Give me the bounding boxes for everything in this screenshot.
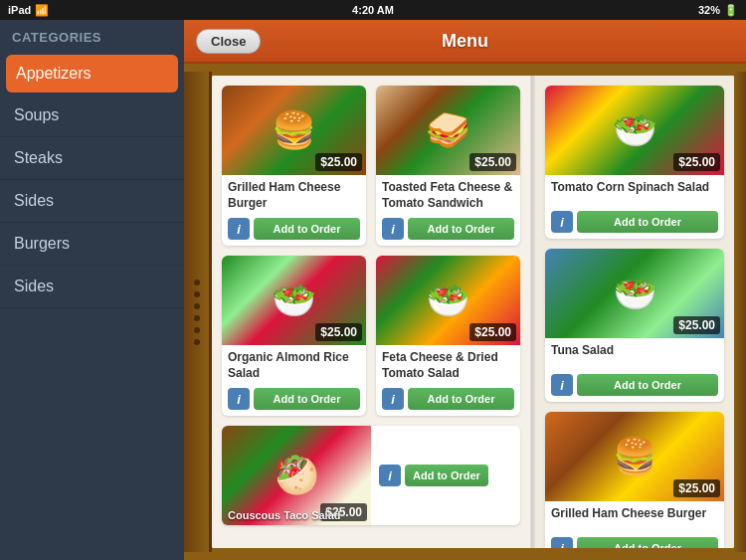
item-name-overlay-5: Couscous Taco Salad: [228, 509, 341, 521]
item-image-sandwich: 🥪 $25.00: [376, 86, 520, 175]
add-to-order-button-1[interactable]: Add to Order: [254, 218, 360, 240]
item-price-3: $25.00: [315, 323, 362, 341]
info-button-2[interactable]: i: [382, 218, 404, 240]
ritem-price-2: $25.00: [673, 316, 720, 334]
status-right: 32% 🔋: [698, 4, 738, 17]
info-button-5[interactable]: i: [379, 465, 401, 486]
menu-book: 🍔 $25.00 Grilled Ham Cheese Burger i Add…: [184, 64, 746, 560]
item-image-grilled: 🍔 $25.00: [545, 412, 724, 501]
info-button-3[interactable]: i: [228, 388, 250, 410]
carrier-label: iPad: [8, 4, 31, 16]
item-name-3: Organic Almond Rice Salad: [222, 345, 366, 384]
ritem-name-3: Grilled Ham Cheese Burger: [545, 501, 724, 533]
header-title: Menu: [442, 31, 488, 52]
add-to-order-button-4[interactable]: Add to Order: [408, 388, 514, 410]
rinfo-button-1[interactable]: i: [551, 211, 573, 233]
sidebar-item-burgers[interactable]: Burgers: [0, 223, 184, 266]
ritem-footer-1: i Add to Order: [545, 207, 724, 239]
item-image-burger: 🍔 $25.00: [222, 86, 366, 175]
item-footer-1: i Add to Order: [222, 214, 366, 246]
status-center: 4:20 AM: [352, 4, 394, 16]
status-left: iPad 📶: [8, 4, 49, 17]
menu-item-feta-dried: 🥗 $25.00 Feta Cheese & Dried Tomato Sala…: [376, 256, 520, 416]
radd-to-order-button-2[interactable]: Add to Order: [577, 374, 718, 396]
menu-item-grilled-ham: 🍔 $25.00 Grilled Ham Cheese Burger i Add…: [222, 86, 366, 246]
status-bar: iPad 📶 4:20 AM 32% 🔋: [0, 0, 746, 20]
time-label: 4:20 AM: [352, 4, 394, 16]
item-footer-4: i Add to Order: [376, 384, 520, 416]
info-button-4[interactable]: i: [382, 388, 404, 410]
radd-to-order-button-3[interactable]: Add to Order: [577, 537, 718, 548]
main-layout: CATEGORIES Appetizers Soups Steaks Sides…: [0, 20, 746, 560]
menu-item-couscous: 🥙 $25.00 Couscous Taco Salad i Add to Or…: [222, 426, 520, 525]
item-footer-2: i Add to Order: [376, 214, 520, 246]
item-image-corn-salad: 🥗 $25.00: [545, 86, 724, 175]
sidebar-item-soups[interactable]: Soups: [0, 94, 184, 137]
add-to-order-button-5[interactable]: Add to Order: [405, 465, 488, 486]
rinfo-button-3[interactable]: i: [551, 537, 573, 548]
info-button-1[interactable]: i: [228, 218, 250, 240]
wifi-icon: 📶: [35, 4, 49, 17]
menu-item-corn-spinach: 🥗 $25.00 Tomato Corn Spinach Salad i Add…: [545, 86, 724, 239]
battery-icon: 🔋: [724, 4, 738, 17]
item-price-2: $25.00: [469, 153, 516, 171]
sidebar-item-steaks[interactable]: Steaks: [0, 137, 184, 180]
book-pages: 🍔 $25.00 Grilled Ham Cheese Burger i Add…: [212, 76, 734, 548]
item-name-1: Grilled Ham Cheese Burger: [222, 175, 366, 214]
ritem-footer-2: i Add to Order: [545, 370, 724, 402]
item-image-salad-green: 🥗 $25.00: [222, 256, 366, 345]
categories-header: CATEGORIES: [0, 20, 184, 53]
item-image-couscous: 🥙 $25.00 Couscous Taco Salad: [222, 426, 371, 525]
item-footer-5: i Add to Order: [371, 426, 496, 525]
content-area: Close Menu: [184, 20, 746, 560]
item-name-4: Feta Cheese & Dried Tomato Salad: [376, 345, 520, 384]
item-image-tuna: 🥗 $25.00: [545, 249, 724, 338]
menu-item-grilled-right: 🍔 $25.00 Grilled Ham Cheese Burger i Add…: [545, 412, 724, 548]
item-price-1: $25.00: [315, 153, 362, 171]
item-image-salad-tomato: 🥗 $25.00: [376, 256, 520, 345]
ritem-name-2: Tuna Salad: [545, 338, 724, 370]
sidebar: CATEGORIES Appetizers Soups Steaks Sides…: [0, 20, 184, 560]
battery-label: 32%: [698, 4, 720, 16]
menu-grid: 🍔 $25.00 Grilled Ham Cheese Burger i Add…: [222, 86, 520, 416]
right-page: 🥗 $25.00 Tomato Corn Spinach Salad i Add…: [535, 76, 734, 548]
sidebar-item-appetizers[interactable]: Appetizers: [6, 55, 178, 93]
radd-to-order-button-1[interactable]: Add to Order: [577, 211, 718, 233]
spine-decoration: [194, 280, 200, 345]
book-left-spine: [184, 72, 212, 552]
menu-item-tuna: 🥗 $25.00 Tuna Salad i Add to Order: [545, 249, 724, 402]
add-to-order-button-3[interactable]: Add to Order: [254, 388, 360, 410]
sidebar-item-sides[interactable]: Sides: [0, 180, 184, 223]
ritem-footer-3: i Add to Order: [545, 533, 724, 548]
content-header: Close Menu: [184, 20, 746, 64]
close-button[interactable]: Close: [196, 29, 261, 54]
item-footer-3: i Add to Order: [222, 384, 366, 416]
rinfo-button-2[interactable]: i: [551, 374, 573, 396]
ritem-price-3: $25.00: [673, 479, 720, 497]
ritem-name-1: Tomato Corn Spinach Salad: [545, 175, 724, 207]
sidebar-item-sides2[interactable]: Sides: [0, 266, 184, 308]
menu-item-feta-sandwich: 🥪 $25.00 Toasted Feta Cheese & Tomato Sa…: [376, 86, 520, 246]
item-name-2: Toasted Feta Cheese & Tomato Sandwich: [376, 175, 520, 214]
item-price-4: $25.00: [469, 323, 516, 341]
ritem-price-1: $25.00: [673, 153, 720, 171]
left-page: 🍔 $25.00 Grilled Ham Cheese Burger i Add…: [212, 76, 531, 548]
add-to-order-button-2[interactable]: Add to Order: [408, 218, 514, 240]
book-right-spine: [734, 72, 746, 552]
menu-item-almond-rice: 🥗 $25.00 Organic Almond Rice Salad i Add…: [222, 256, 366, 416]
